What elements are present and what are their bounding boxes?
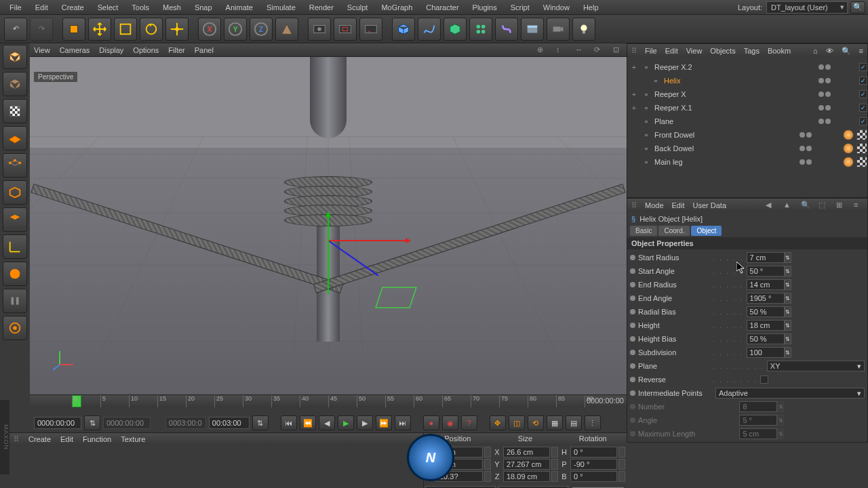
am-lock-icon[interactable]: ⬚ xyxy=(818,201,828,210)
gizmo-y-axis[interactable] xyxy=(328,213,329,294)
menu-help[interactable]: Help xyxy=(576,3,606,12)
stepper-icon[interactable] xyxy=(484,471,491,482)
nurbs-icon[interactable] xyxy=(443,18,467,41)
key-rot-icon[interactable]: ⟲ xyxy=(528,415,544,430)
z-axis-icon[interactable]: Z xyxy=(250,18,273,41)
layout-dropdown[interactable]: DT_layout (User) xyxy=(766,1,848,14)
enable-checkbox[interactable]: ✓ xyxy=(859,90,867,98)
stepper-icon[interactable] xyxy=(618,447,625,458)
am-menu-userdata[interactable]: User Data xyxy=(693,201,727,209)
vp-nav-icon[interactable]: ⊡ xyxy=(613,45,623,55)
point-mode-icon[interactable] xyxy=(3,153,27,178)
stepper-icon[interactable] xyxy=(551,471,558,482)
stepper-icon[interactable] xyxy=(484,459,491,470)
anim-dot[interactable] xyxy=(630,255,635,260)
x-axis-icon[interactable]: X xyxy=(198,18,221,41)
record-icon[interactable]: ● xyxy=(423,415,439,430)
stepper-icon[interactable]: ⇅ xyxy=(785,293,791,304)
undo-icon[interactable]: ↶ xyxy=(4,18,27,41)
make-editable-icon[interactable] xyxy=(3,45,27,69)
frame-field-a[interactable]: 0000:00:00 xyxy=(34,417,81,429)
vp-menu-filter[interactable]: Filter xyxy=(168,46,184,54)
prop-value-input[interactable]: 7 cm xyxy=(747,252,785,263)
prop-value-input[interactable]: 18 cm xyxy=(747,320,785,331)
tab-coord[interactable]: Coord. xyxy=(658,226,690,236)
visibility-dots[interactable] xyxy=(818,78,859,83)
grip-icon[interactable]: ⠿ xyxy=(14,435,19,444)
timeline-ruler[interactable]: 051015202530354045505560657075808590 xyxy=(30,395,627,407)
tweak-mode-icon[interactable] xyxy=(3,262,27,286)
next-key-icon[interactable]: ⏩ xyxy=(376,415,392,430)
key-pla-icon[interactable]: ▤ xyxy=(566,415,582,430)
render-settings-icon[interactable] xyxy=(359,18,382,41)
om-menu-tags[interactable]: Tags xyxy=(744,47,760,55)
size-input[interactable]: 27.267 cm xyxy=(503,459,550,470)
visibility-dots[interactable] xyxy=(800,132,840,138)
reverse-checkbox[interactable] xyxy=(760,375,768,384)
gizmo-x-axis[interactable] xyxy=(328,240,410,241)
am-search-icon[interactable]: 🔍 xyxy=(801,201,810,210)
stepper-icon[interactable]: ⇅ xyxy=(785,306,791,317)
vp-nav-icon[interactable]: ⟳ xyxy=(594,45,604,55)
menu-animate[interactable]: Animate xyxy=(219,3,260,12)
mm-create[interactable]: Create xyxy=(28,435,51,443)
prop-value-input[interactable]: 14 cm xyxy=(747,279,785,290)
viewport-3d[interactable]: Perspective xyxy=(30,57,627,394)
prop-value-input[interactable]: 50 % xyxy=(747,333,785,344)
expand-icon[interactable]: + xyxy=(630,63,638,71)
mm-function[interactable]: Function xyxy=(83,435,111,443)
am-new-icon[interactable]: ⊞ xyxy=(836,201,846,210)
tag-orange[interactable] xyxy=(843,143,854,154)
menu-script[interactable]: Script xyxy=(504,3,536,12)
stepper-icon[interactable]: ⇅ xyxy=(252,415,269,430)
anim-dot[interactable] xyxy=(630,309,635,314)
key-opts-icon[interactable]: ⋮ xyxy=(585,415,601,430)
visibility-dots[interactable] xyxy=(818,105,859,110)
anim-dot[interactable] xyxy=(630,282,635,287)
am-menu-edit[interactable]: Edit xyxy=(672,201,685,209)
vp-nav-icon[interactable]: ⊕ xyxy=(537,45,547,55)
grip-icon[interactable]: ⠿ xyxy=(631,201,637,210)
texture-mode-icon[interactable] xyxy=(3,99,27,123)
visibility-dots[interactable] xyxy=(800,146,840,151)
om-filter-icon[interactable]: ≡ xyxy=(859,47,863,55)
grip-icon[interactable]: ⠿ xyxy=(631,47,637,56)
workplane-icon[interactable] xyxy=(3,126,27,150)
object-name[interactable]: Reeper X.2 xyxy=(654,63,818,71)
stepper-icon[interactable] xyxy=(484,447,491,458)
anim-dot[interactable] xyxy=(630,336,635,342)
am-menu-mode[interactable]: Mode xyxy=(645,201,664,209)
rotation-input[interactable]: 0 ° xyxy=(570,471,617,482)
vp-menu-options[interactable]: Options xyxy=(133,46,159,54)
next-frame-icon[interactable]: ▶ xyxy=(357,415,373,430)
rotation-input[interactable]: 0 ° xyxy=(570,447,617,458)
tree-row[interactable]: ▫Front Dowel xyxy=(627,128,867,142)
autokey-icon[interactable]: ◉ xyxy=(442,415,458,430)
menu-tools[interactable]: Tools xyxy=(125,3,156,12)
tree-row[interactable]: +▫Reeper X.2✓ xyxy=(627,60,867,74)
environment-icon[interactable] xyxy=(521,18,544,41)
axis-mode-icon[interactable] xyxy=(3,235,27,259)
menu-plugins[interactable]: Plugins xyxy=(466,3,504,12)
tree-row[interactable]: ▫Main leg xyxy=(627,155,867,169)
edge-mode-icon[interactable] xyxy=(3,180,27,205)
tag-orange[interactable] xyxy=(843,129,854,140)
om-menu-objects[interactable]: Objects xyxy=(710,47,735,55)
menu-create[interactable]: Create xyxy=(55,3,91,12)
render-region-icon[interactable] xyxy=(334,18,357,41)
anim-dot[interactable] xyxy=(630,268,635,274)
rotate-tool-icon[interactable] xyxy=(140,18,163,41)
render-view-icon[interactable] xyxy=(308,18,331,41)
coord-system-icon[interactable] xyxy=(275,18,298,41)
timeline[interactable]: 051015202530354045505560657075808590 000… xyxy=(30,394,627,413)
enable-checkbox[interactable]: ✓ xyxy=(859,117,867,125)
cube-primitive-icon[interactable] xyxy=(392,18,415,41)
om-menu-file[interactable]: File xyxy=(645,47,657,55)
redo-icon[interactable]: ↷ xyxy=(30,18,53,41)
visibility-dots[interactable] xyxy=(800,159,840,165)
scale-tool-icon[interactable] xyxy=(114,18,137,41)
prev-key-icon[interactable]: ⏪ xyxy=(300,415,316,430)
vp-nav-icon[interactable]: ↕ xyxy=(556,45,566,55)
om-home-icon[interactable]: ⌂ xyxy=(813,47,818,55)
visibility-dots[interactable] xyxy=(818,119,859,124)
